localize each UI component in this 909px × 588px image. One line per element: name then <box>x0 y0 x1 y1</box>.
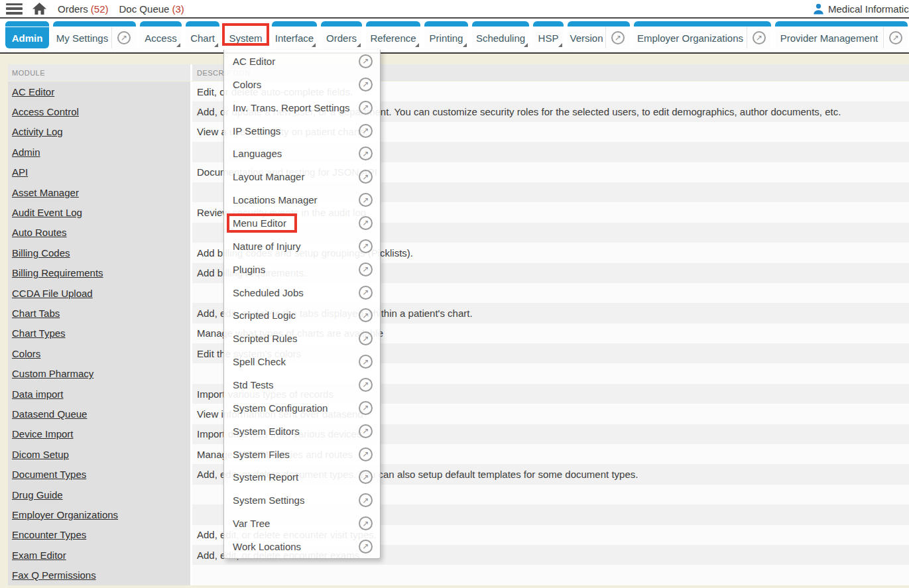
module-link-dicom-setup[interactable]: Dicom Setup <box>12 449 69 460</box>
module-link-billing-requirements[interactable]: Billing Requirements <box>12 267 103 278</box>
popout-arrow-icon[interactable]: ↗ <box>359 193 373 207</box>
hamburger-menu-icon[interactable] <box>6 3 23 15</box>
module-link-access-control[interactable]: Access Control <box>12 106 79 117</box>
tab-hsp[interactable]: HSP <box>533 21 564 48</box>
tab-admin[interactable]: Admin <box>5 21 49 48</box>
module-link-data-import[interactable]: Data import <box>12 388 64 400</box>
menu-item-system-files[interactable]: System Files↗ <box>224 443 380 466</box>
menu-item-ac-editor[interactable]: AC Editor↗ <box>224 50 380 73</box>
menu-item-nature-of-injury[interactable]: Nature of Injury↗ <box>224 235 380 258</box>
module-link-chart-types[interactable]: Chart Types <box>12 327 66 339</box>
menu-item-languages[interactable]: Languages↗ <box>224 142 380 165</box>
popout-arrow-icon[interactable]: ↗ <box>359 54 373 68</box>
menu-item-var-tree[interactable]: Var Tree↗ <box>224 512 380 535</box>
tab-orders[interactable]: Orders <box>321 21 362 48</box>
menu-item-system-settings[interactable]: System Settings↗ <box>224 489 380 512</box>
module-link-document-types[interactable]: Document Types <box>12 469 86 480</box>
nav-link-orders[interactable]: Orders(52) <box>58 3 109 15</box>
menu-item-system-editors[interactable]: System Editors↗ <box>224 420 380 443</box>
tab-printing[interactable]: Printing <box>424 21 468 48</box>
popout-arrow-icon[interactable]: ↗ <box>359 101 373 115</box>
nav-link-doc-queue[interactable]: Doc Queue(3) <box>119 3 184 15</box>
module-link-auto-routes[interactable]: Auto Routes <box>12 227 67 238</box>
module-cell: Device Import <box>8 424 190 444</box>
menu-item-scripted-logic[interactable]: Scripted Logic↗ <box>224 304 380 327</box>
table-row: ColorsEdit the system's colors <box>8 343 909 363</box>
popout-arrow-icon[interactable]: ↗ <box>117 31 131 44</box>
admin-tab-bar: AdminMy Settings↗AccessChartSystemInterf… <box>0 19 909 54</box>
module-link-chart-tabs[interactable]: Chart Tabs <box>12 308 60 319</box>
module-link-device-import[interactable]: Device Import <box>12 428 74 440</box>
home-icon[interactable] <box>32 2 47 15</box>
menu-item-layout-manager[interactable]: Layout Manager↗ <box>224 165 380 188</box>
menu-item-inv-trans-report-settings[interactable]: Inv. Trans. Report Settings↗ <box>224 96 380 119</box>
menu-item-spell-check[interactable]: Spell Check↗ <box>224 350 380 373</box>
popout-arrow-icon[interactable]: ↗ <box>611 31 625 44</box>
menu-item-scripted-rules[interactable]: Scripted Rules↗ <box>224 327 380 350</box>
tab-version[interactable]: Version↗ <box>568 21 630 48</box>
popout-arrow-icon[interactable]: ↗ <box>359 331 373 345</box>
module-link-ccda-file-upload[interactable]: CCDA File Upload <box>12 288 93 299</box>
popout-arrow-icon[interactable]: ↗ <box>359 263 373 276</box>
module-link-employer-organizations[interactable]: Employer Organizations <box>12 509 118 520</box>
tab-chart[interactable]: Chart <box>186 21 219 48</box>
popout-arrow-icon[interactable]: ↗ <box>359 470 373 484</box>
popout-arrow-icon[interactable]: ↗ <box>359 493 373 507</box>
menu-item-locations-manager[interactable]: Locations Manager↗ <box>224 188 380 211</box>
menu-item-plugins[interactable]: Plugins↗ <box>224 258 380 281</box>
tab-my-settings[interactable]: My Settings↗ <box>53 21 136 48</box>
table-row: APIDocumentation and testing for JSON AP… <box>8 162 909 182</box>
menu-item-system-configuration[interactable]: System Configuration↗ <box>224 396 380 420</box>
tab-system[interactable]: System <box>223 21 268 48</box>
tab-provider-management[interactable]: Provider Management↗ <box>775 21 908 48</box>
user-menu[interactable]: Medical Informatic <box>813 0 909 17</box>
table-row: Fax Q Permissions <box>8 565 909 585</box>
module-link-asset-manager[interactable]: Asset Manager <box>12 187 79 198</box>
menu-item-std-tests[interactable]: Std Tests↗ <box>224 373 380 396</box>
tab-interface[interactable]: Interface <box>272 21 317 48</box>
menu-item-colors[interactable]: Colors↗ <box>224 73 380 96</box>
module-link-billing-codes[interactable]: Billing Codes <box>12 247 70 259</box>
module-link-colors[interactable]: Colors <box>12 348 40 359</box>
module-link-exam-editor[interactable]: Exam Editor <box>12 550 66 561</box>
tab-access[interactable]: Access <box>140 21 182 48</box>
popout-arrow-icon[interactable]: ↗ <box>359 170 373 184</box>
module-cell: Data import <box>8 384 190 404</box>
popout-arrow-icon[interactable]: ↗ <box>359 239 373 253</box>
module-link-fax-q-permissions[interactable]: Fax Q Permissions <box>12 569 96 581</box>
module-link-activity-log[interactable]: Activity Log <box>12 126 63 137</box>
module-link-encounter-types[interactable]: Encounter Types <box>12 529 86 540</box>
popout-arrow-icon[interactable]: ↗ <box>359 216 373 230</box>
tab-reference[interactable]: Reference <box>366 21 420 48</box>
menu-item-work-locations[interactable]: Work Locations↗ <box>224 535 380 558</box>
module-link-audit-event-log[interactable]: Audit Event Log <box>12 207 82 218</box>
tab-label: Employer Organizations <box>634 27 747 48</box>
module-link-admin[interactable]: Admin <box>12 147 40 158</box>
popout-arrow-icon[interactable]: ↗ <box>359 447 373 461</box>
popout-arrow-icon[interactable]: ↗ <box>359 308 373 322</box>
menu-item-scheduled-jobs[interactable]: Scheduled Jobs↗ <box>224 281 380 304</box>
menu-item-menu-editor[interactable]: Menu Editor↗ <box>224 211 380 235</box>
popout-arrow-icon[interactable]: ↗ <box>359 124 373 138</box>
popout-arrow-icon[interactable]: ↗ <box>359 286 373 300</box>
module-link-ac-editor[interactable]: AC Editor <box>12 86 54 97</box>
popout-arrow-icon[interactable]: ↗ <box>359 147 373 160</box>
module-link-datasend-queue[interactable]: Datasend Queue <box>12 408 87 420</box>
popout-arrow-icon[interactable]: ↗ <box>359 540 373 554</box>
tab-employer-organizations[interactable]: Employer Organizations↗ <box>634 21 771 48</box>
popout-arrow-icon[interactable]: ↗ <box>359 378 373 392</box>
module-link-custom-pharmacy[interactable]: Custom Pharmacy <box>12 368 93 379</box>
popout-arrow-icon[interactable]: ↗ <box>753 31 766 44</box>
module-link-drug-guide[interactable]: Drug Guide <box>12 489 63 500</box>
popout-arrow-icon[interactable]: ↗ <box>359 355 373 369</box>
popout-arrow-icon[interactable]: ↗ <box>359 516 373 530</box>
menu-item-ip-settings[interactable]: IP Settings↗ <box>224 119 380 143</box>
popout-arrow-icon[interactable]: ↗ <box>889 31 902 44</box>
tab-top-strip <box>366 21 420 27</box>
popout-arrow-icon[interactable]: ↗ <box>359 424 373 438</box>
popout-arrow-icon[interactable]: ↗ <box>359 78 373 91</box>
menu-item-system-report[interactable]: System Report↗ <box>224 465 380 489</box>
module-link-api[interactable]: API <box>12 166 28 178</box>
tab-scheduling[interactable]: Scheduling <box>472 21 529 48</box>
popout-arrow-icon[interactable]: ↗ <box>359 401 373 415</box>
